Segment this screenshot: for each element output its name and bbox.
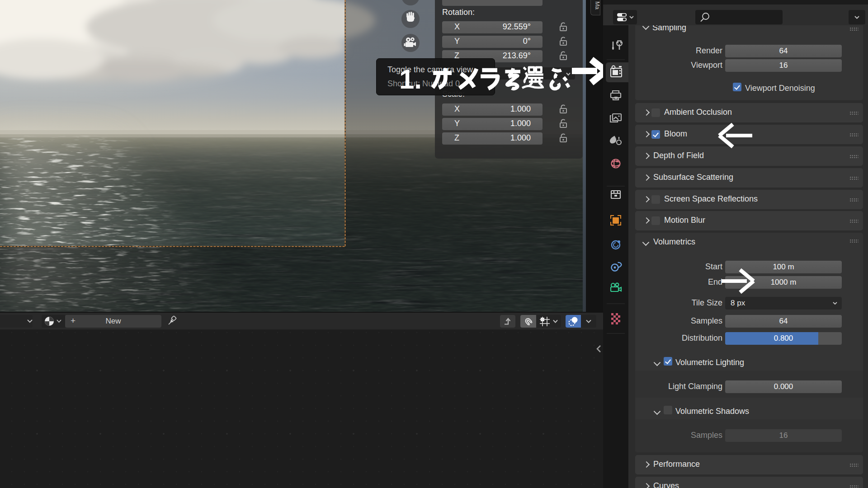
svg-text:1.: 1. [399,64,422,94]
